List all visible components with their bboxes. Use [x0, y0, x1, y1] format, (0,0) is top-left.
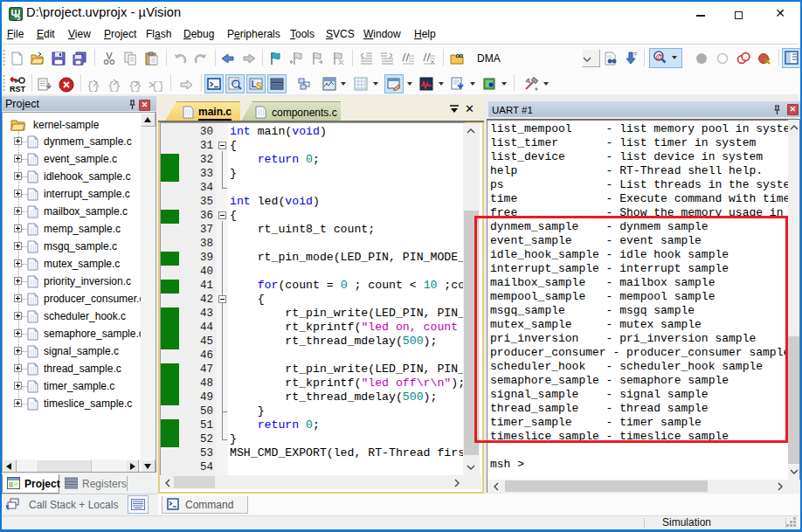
svg-text:{}: {}	[107, 79, 121, 92]
svg-text:RST: RST	[10, 85, 26, 93]
svg-text:@: @	[655, 52, 663, 61]
svg-text:S: S	[256, 81, 262, 91]
svg-text:{}: {}	[86, 79, 100, 92]
svg-text:5: 5	[17, 15, 21, 21]
svg-text:{}: {}	[151, 79, 162, 92]
